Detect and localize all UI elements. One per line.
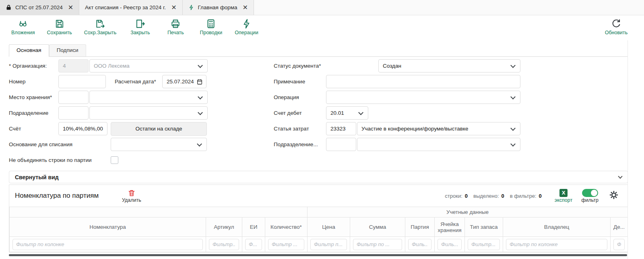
- department-code-field[interactable]: [58, 106, 89, 120]
- status-label: Статус документа*: [274, 63, 378, 69]
- department-select[interactable]: [89, 106, 208, 120]
- column-filter-input[interactable]: [613, 239, 625, 250]
- organization-select[interactable]: ООО Лексема: [89, 59, 208, 73]
- export-label: экспорт: [555, 197, 572, 203]
- tab-signatures[interactable]: Подписи: [49, 44, 86, 56]
- note-field[interactable]: [326, 75, 520, 88]
- window-tab-label: Акт списания - Реестр за 2024 г.: [85, 4, 166, 10]
- storage-select[interactable]: [89, 91, 208, 104]
- column-header[interactable]: Ячейка хранения: [435, 218, 465, 237]
- number-label: Номер: [9, 79, 58, 85]
- tab-main[interactable]: Основная: [9, 44, 49, 57]
- column-header[interactable]: Цена: [308, 218, 350, 237]
- writeoff-reason-label: Основание для списания: [9, 141, 111, 147]
- number-field[interactable]: [58, 75, 106, 88]
- horizontal-scrollbar[interactable]: [9, 254, 627, 256]
- toolbar-label: Печать: [167, 30, 184, 35]
- refresh-icon: [611, 19, 621, 29]
- toggle-on-icon[interactable]: [582, 189, 598, 197]
- excel-icon: X: [559, 189, 568, 197]
- department2-select[interactable]: [357, 138, 520, 151]
- column-header[interactable]: Количество*: [265, 218, 308, 237]
- column-filter-input[interactable]: [209, 239, 239, 250]
- attachments-icon: [18, 19, 28, 29]
- column-filter-input[interactable]: [268, 239, 304, 250]
- delete-row-button[interactable]: Удалить: [122, 189, 141, 203]
- cost-item-code-field[interactable]: [326, 122, 356, 135]
- operation-select[interactable]: [326, 91, 520, 104]
- cost-item-select[interactable]: Участие в конференции/форуме/выставке: [357, 122, 520, 135]
- group-header-accounting: Учетные данные: [308, 207, 628, 218]
- collapsed-view-bar[interactable]: Свернутый вид: [9, 171, 628, 183]
- app-window: СПС от 25.07.2024 ✕ Акт списания - Реест…: [0, 0, 644, 259]
- calendar-icon: [196, 79, 203, 85]
- close-tab-icon[interactable]: ✕: [68, 4, 73, 11]
- column-filter-input[interactable]: [408, 239, 431, 250]
- operations-icon: [242, 19, 252, 29]
- close-button[interactable]: Закрыть: [128, 19, 152, 35]
- close-icon: [135, 19, 145, 29]
- column-filter-input[interactable]: [506, 239, 607, 250]
- filtered-label: в фильтре:: [510, 193, 537, 199]
- column-filter-input[interactable]: [245, 239, 262, 250]
- column-header[interactable]: Владелец: [503, 218, 611, 237]
- column-header[interactable]: Тип запаса: [465, 218, 503, 237]
- column-header[interactable]: Артикул: [206, 218, 242, 237]
- attachments-button[interactable]: Вложения: [11, 19, 35, 35]
- postings-icon: [206, 19, 216, 29]
- column-filter-input[interactable]: [12, 239, 203, 250]
- filter-toggle-label: фильтр: [581, 197, 599, 203]
- writeoff-reason-select[interactable]: [111, 138, 207, 151]
- operation-label: Операция: [274, 94, 326, 100]
- window-tab-document[interactable]: СПС от 25.07.2024 ✕: [0, 0, 79, 15]
- column-header[interactable]: ЕИ: [242, 218, 265, 237]
- account-field[interactable]: [58, 122, 107, 135]
- column-header[interactable]: Де...: [611, 218, 628, 237]
- column-header[interactable]: Партия: [405, 218, 435, 237]
- debit-account-select[interactable]: 20.01: [326, 106, 368, 120]
- calc-date-label: Расчетная дата*: [115, 79, 162, 85]
- stock-balance-button[interactable]: Остатки на складе: [111, 122, 207, 136]
- column-filter-input[interactable]: [468, 239, 500, 250]
- items-grid-panel: Номенклатура по партиям Удалить строки:0…: [9, 184, 628, 253]
- column-header[interactable]: Сумма: [350, 218, 405, 237]
- department2-code-field[interactable]: [326, 138, 356, 151]
- window-tab-bar: СПС от 25.07.2024 ✕ Акт списания - Реест…: [0, 0, 644, 15]
- toolbar-label: Закрыть: [130, 30, 150, 35]
- window-tab-main-form[interactable]: Главная форма ✕: [183, 0, 254, 15]
- filter-toggle[interactable]: фильтр: [581, 189, 599, 203]
- delete-label: Удалить: [122, 197, 141, 203]
- column-filter-input[interactable]: [310, 239, 347, 250]
- print-button[interactable]: Печать: [164, 19, 187, 35]
- column-filter-input[interactable]: [353, 239, 402, 250]
- save-close-button[interactable]: Сохр.Закрыть: [84, 19, 117, 35]
- close-tab-icon[interactable]: ✕: [243, 4, 248, 11]
- column-header[interactable]: Номенклатура: [10, 218, 206, 237]
- storage-code-field[interactable]: [58, 91, 89, 104]
- calc-date-field[interactable]: 25.07.2024: [162, 75, 206, 88]
- toolbar-label: Вложения: [11, 30, 35, 35]
- cost-item-label: Статья затрат: [274, 126, 326, 132]
- account-label: Счёт: [9, 126, 58, 132]
- form-tab-strip: Основная Подписи: [9, 44, 628, 57]
- window-tab-label: Главная форма: [198, 4, 237, 10]
- column-filter-input[interactable]: [438, 239, 462, 250]
- toolbar-left: Вложения Сохранить Сохр.Закрыть Закрыть …: [11, 19, 258, 35]
- export-excel-button[interactable]: X экспорт: [555, 189, 572, 203]
- close-tab-icon[interactable]: ✕: [171, 4, 176, 11]
- document-form-area: Основная Подписи * Организация: ООО Лекс…: [0, 40, 628, 259]
- organization-code-field[interactable]: [58, 59, 89, 73]
- postings-button[interactable]: Проводки: [199, 19, 223, 35]
- save-button[interactable]: Сохранить: [47, 19, 72, 35]
- gear-icon: [609, 190, 619, 200]
- operations-button[interactable]: Операции: [235, 19, 258, 35]
- status-select[interactable]: Создан: [378, 59, 520, 73]
- no-merge-checkbox[interactable]: [111, 156, 118, 164]
- toolbar-label: Сохранить: [47, 30, 72, 35]
- grid-settings-button[interactable]: [609, 190, 619, 201]
- print-icon: [170, 19, 181, 29]
- refresh-button[interactable]: Обновить: [605, 19, 628, 35]
- window-tab-register[interactable]: Акт списания - Реестр за 2024 г. ✕: [79, 0, 182, 15]
- selected-count: 0: [502, 193, 504, 199]
- department-label: Подразделение: [9, 110, 58, 116]
